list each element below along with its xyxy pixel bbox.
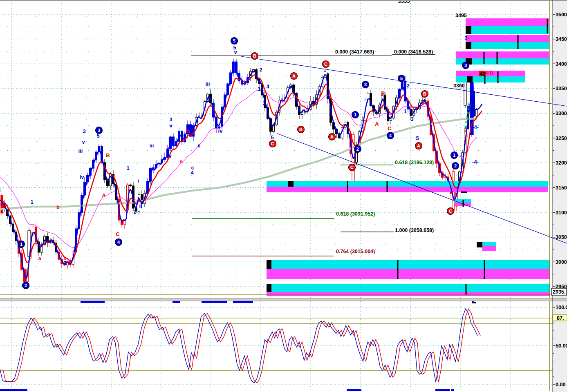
wave-label-blue: iv: [218, 128, 223, 134]
wave-label-red: A: [102, 192, 106, 198]
projection-band: [466, 42, 549, 49]
candle-body: [32, 227, 34, 233]
wave-circle-label: B: [299, 127, 303, 132]
fib-label: 0.000 (3417.663): [335, 49, 374, 55]
wave-label-red: B: [106, 152, 110, 158]
price-axis-label: 3350: [556, 86, 567, 91]
price-axis-label: 3050: [556, 234, 567, 240]
projection-band: [267, 292, 550, 296]
wave-label-blue: v: [82, 139, 85, 145]
wave-circle-label: 2: [356, 147, 359, 151]
price-axis-label: 3000: [556, 259, 567, 265]
price-axis-label: 3200: [556, 160, 567, 166]
signal-bar: [233, 301, 253, 303]
wave-label-blue: iv: [167, 153, 172, 159]
projection-band: [267, 284, 550, 292]
band-marker-box: [267, 260, 271, 269]
wave-label-blue: iii: [150, 143, 154, 149]
projection-band: [466, 35, 549, 42]
price-tag: 3360: [453, 83, 465, 89]
candle-body: [124, 221, 126, 225]
panel-separator[interactable]: [0, 298, 567, 301]
wave-circle-label: 4: [389, 133, 392, 138]
wave-label-blue: 5: [271, 134, 273, 140]
signal-bar: [81, 301, 105, 303]
projection-band: [267, 187, 548, 192]
wave-label-blue: 2: [406, 82, 409, 89]
projection-band: [482, 242, 496, 246]
wave-label-blue: i: [137, 178, 139, 184]
candle-body: [476, 109, 478, 116]
projection-band: [267, 260, 550, 269]
wave-label-blue: 4: [266, 83, 269, 89]
price-axis-label: 3150: [556, 185, 567, 191]
signal-bar: [435, 389, 450, 391]
wave-label-blue: i: [17, 233, 18, 239]
wave-label-blue: 3: [169, 116, 172, 122]
wave-label-blue: 3: [262, 100, 265, 106]
window-top-edge: [0, 0, 567, 1]
wave-label-red: c: [63, 255, 66, 261]
wave-label-red: C: [116, 231, 120, 237]
price-axis-strip: [553, 0, 567, 392]
wave-label-blue: 2: [259, 67, 262, 73]
wave-circle-label: 3: [464, 63, 467, 68]
wave-label-blue: 3: [410, 116, 413, 122]
price-axis-label: 3500: [556, 12, 567, 18]
wave-circle-label: C: [324, 62, 327, 67]
wave-label-blue: 1: [403, 108, 406, 114]
fib-label: 0.618 (3091.952): [336, 211, 375, 217]
pti-chip-value: 42: [480, 71, 485, 77]
wave-circle-label: 3: [98, 128, 100, 133]
wave-label-blue: 1: [258, 86, 260, 92]
wave-circle-label: 4: [117, 240, 120, 245]
projection-band: [267, 181, 548, 187]
osc-value-label: 87.: [557, 315, 564, 321]
candle-body: [130, 185, 132, 186]
wave-label-red: C: [388, 125, 392, 131]
price-chart-svg: 0.000 (3417.663)0.000 (3418.528)0.618 (3…: [0, 0, 567, 392]
projection-band: [466, 18, 549, 26]
projection-band: [456, 51, 549, 58]
band-marker-box: [466, 26, 471, 34]
signal-bar: [173, 301, 180, 303]
fib-label: 0.618 (3196.128): [395, 160, 434, 165]
osc-axis-label: 100.0: [556, 305, 567, 310]
wave-circle-label: C: [449, 209, 452, 214]
wave-label-blue: v: [169, 122, 173, 129]
signal-bar: [472, 301, 474, 303]
wave-circle-label: B: [423, 91, 426, 96]
last-price-label: 2935.: [553, 289, 565, 295]
price-axis-label: 3300: [556, 111, 567, 116]
projection-band: [456, 76, 525, 82]
wave-label-red: B: [381, 90, 385, 96]
band-marker-box: [467, 76, 473, 82]
pti-label: PTI: [485, 70, 493, 76]
black-dash: [461, 192, 467, 193]
osc-axis-label: 0.00: [556, 382, 565, 388]
wave-label-blue: 4: [190, 169, 194, 176]
osc-axis-label: 50.00: [556, 343, 567, 349]
price-axis-label: 3450: [556, 36, 567, 42]
candle-body: [110, 174, 112, 186]
wave-circle-label: 1: [354, 112, 356, 117]
band-marker-box: [466, 42, 471, 49]
wave-label-blue: i: [197, 118, 198, 124]
signal-bar: [202, 301, 227, 303]
wave-label-blue: 5: [416, 135, 419, 141]
wave-label-blue: -4-: [472, 159, 479, 165]
fib-label: 1.000 (3058.658): [395, 227, 434, 233]
wave-label-blue: 3-: [464, 35, 469, 41]
band-marker-box: [267, 284, 271, 292]
wave-label-blue: 3: [83, 128, 85, 134]
wave-label-red: A: [375, 121, 379, 127]
price-axis-label: 3250: [556, 136, 567, 141]
wave-circle-label: 1: [20, 242, 22, 247]
price-axis-label: 3400: [556, 61, 567, 67]
wave-label-blue: iii: [78, 148, 83, 154]
wave-label-blue: 1: [126, 165, 129, 171]
wave-circle-label: 5: [233, 38, 235, 43]
wave-circle-label: B: [253, 53, 256, 58]
band-marker-box: [477, 242, 482, 247]
wave-label-red: a: [38, 255, 41, 261]
